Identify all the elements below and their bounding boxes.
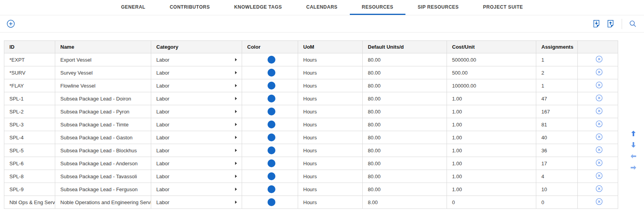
cell-name[interactable]: Subsea Package Lead - Gaston (55, 131, 151, 144)
cell-default-units[interactable]: 80.00 (363, 53, 447, 66)
cell-uom[interactable]: Hours (298, 105, 363, 118)
cell-id[interactable]: SPL-1 (4, 92, 55, 105)
import-button[interactable] (592, 19, 601, 28)
cell-category[interactable]: Labor (151, 79, 242, 92)
cell-name[interactable]: Flowline Vessel (55, 79, 151, 92)
cell-uom[interactable]: Hours (298, 170, 363, 183)
cell-uom[interactable]: Hours (298, 92, 363, 105)
cell-id[interactable]: *FLAY (4, 79, 55, 92)
cell-default-units[interactable]: 80.00 (363, 118, 447, 131)
move-left-button[interactable] (630, 153, 637, 160)
category-expand-icon[interactable] (235, 71, 237, 74)
category-expand-icon[interactable] (235, 123, 237, 126)
cell-category[interactable]: Labor (151, 196, 242, 209)
category-expand-icon[interactable] (235, 201, 237, 204)
cell-uom[interactable]: Hours (298, 144, 363, 157)
cell-name[interactable]: Subsea Package Lead - Anderson (55, 157, 151, 170)
cell-default-units[interactable]: 8.00 (363, 196, 447, 209)
cell-name[interactable]: Noble Operations and Engineering Service… (55, 196, 151, 209)
category-expand-icon[interactable] (235, 136, 237, 139)
delete-row-button[interactable] (595, 94, 604, 102)
category-expand-icon[interactable] (235, 110, 237, 113)
cell-assignments[interactable]: 81 (536, 118, 578, 131)
tab-contributors[interactable]: CONTRIBUTORS (157, 0, 222, 15)
cell-name[interactable]: Subsea Package Lead - Ferguson (55, 183, 151, 196)
cell-uom[interactable]: Hours (298, 53, 363, 66)
category-expand-icon[interactable] (235, 149, 237, 152)
cell-cost-unit[interactable]: 1.00 (447, 131, 536, 144)
delete-row-button[interactable] (595, 55, 604, 64)
cell-category[interactable]: Labor (151, 66, 242, 79)
cell-category[interactable]: Labor (151, 170, 242, 183)
category-expand-icon[interactable] (235, 84, 237, 87)
cell-default-units[interactable]: 80.00 (363, 183, 447, 196)
cell-name[interactable]: Subsea Package Lead - Tavassoli (55, 170, 151, 183)
cell-assignments[interactable]: 36 (536, 144, 578, 157)
cell-cost-unit[interactable]: 1.00 (447, 105, 536, 118)
cell-id[interactable]: SPL-4 (4, 131, 55, 144)
cell-default-units[interactable]: 80.00 (363, 131, 447, 144)
color-swatch[interactable] (268, 121, 275, 128)
tab-project-suite[interactable]: PROJECT SUITE (471, 0, 535, 15)
export-button[interactable] (606, 19, 615, 28)
cell-name[interactable]: Subsea Package Lead - Doiron (55, 92, 151, 105)
color-swatch[interactable] (268, 108, 275, 115)
cell-cost-unit[interactable]: 500000.00 (447, 53, 536, 66)
tab-calendars[interactable]: CALENDARS (294, 0, 350, 15)
category-expand-icon[interactable] (235, 97, 237, 100)
cell-name[interactable]: Subsea Package Lead - Blockhus (55, 144, 151, 157)
move-down-button[interactable] (630, 141, 637, 148)
cell-uom[interactable]: Hours (298, 79, 363, 92)
cell-cost-unit[interactable]: 1.00 (447, 157, 536, 170)
cell-assignments[interactable]: 40 (536, 131, 578, 144)
tab-resources[interactable]: RESOURCES (350, 0, 406, 15)
cell-assignments[interactable]: 0 (536, 196, 578, 209)
cell-uom[interactable]: Hours (298, 66, 363, 79)
cell-id[interactable]: SPL-6 (4, 157, 55, 170)
color-swatch[interactable] (268, 95, 275, 102)
cell-cost-unit[interactable]: 1.00 (447, 183, 536, 196)
cell-uom[interactable]: Hours (298, 118, 363, 131)
cell-category[interactable]: Labor (151, 53, 242, 66)
cell-name[interactable]: Subsea Package Lead - Pyron (55, 105, 151, 118)
category-expand-icon[interactable] (235, 58, 237, 61)
cell-assignments[interactable]: 2 (536, 66, 578, 79)
delete-row-button[interactable] (595, 68, 604, 77)
cell-default-units[interactable]: 80.00 (363, 170, 447, 183)
cell-id[interactable]: SPL-3 (4, 118, 55, 131)
cell-category[interactable]: Labor (151, 157, 242, 170)
cell-category[interactable]: Labor (151, 92, 242, 105)
color-swatch[interactable] (268, 146, 275, 154)
category-expand-icon[interactable] (235, 188, 237, 191)
color-swatch[interactable] (268, 172, 275, 180)
cell-assignments[interactable]: 17 (536, 157, 578, 170)
cell-assignments[interactable]: 1 (536, 53, 578, 66)
cell-category[interactable]: Labor (151, 183, 242, 196)
cell-cost-unit[interactable]: 500.00 (447, 66, 536, 79)
cell-default-units[interactable]: 80.00 (363, 157, 447, 170)
cell-id[interactable]: *SURV (4, 66, 55, 79)
cell-default-units[interactable]: 80.00 (363, 92, 447, 105)
cell-id[interactable]: SPL-2 (4, 105, 55, 118)
cell-category[interactable]: Labor (151, 105, 242, 118)
move-up-button[interactable] (630, 130, 637, 137)
cell-assignments[interactable]: 167 (536, 105, 578, 118)
category-expand-icon[interactable] (235, 162, 237, 165)
cell-cost-unit[interactable]: 100000.00 (447, 79, 536, 92)
cell-name[interactable]: Export Vessel (55, 53, 151, 66)
color-swatch[interactable] (268, 69, 275, 77)
color-swatch[interactable] (268, 198, 275, 206)
cell-uom[interactable]: Hours (298, 131, 363, 144)
cell-assignments[interactable]: 1 (536, 79, 578, 92)
cell-cost-unit[interactable]: 1.00 (447, 170, 536, 183)
category-expand-icon[interactable] (235, 175, 237, 178)
cell-cost-unit[interactable]: 1.00 (447, 144, 536, 157)
delete-row-button[interactable] (595, 146, 604, 154)
add-resource-button[interactable] (6, 19, 15, 28)
color-swatch[interactable] (268, 56, 275, 64)
cell-id[interactable]: SPL-5 (4, 144, 55, 157)
search-button[interactable] (629, 20, 637, 28)
cell-id[interactable]: SPL-9 (4, 183, 55, 196)
tab-knowledge-tags[interactable]: KNOWLEDGE TAGS (222, 0, 294, 15)
cell-uom[interactable]: Hours (298, 196, 363, 209)
